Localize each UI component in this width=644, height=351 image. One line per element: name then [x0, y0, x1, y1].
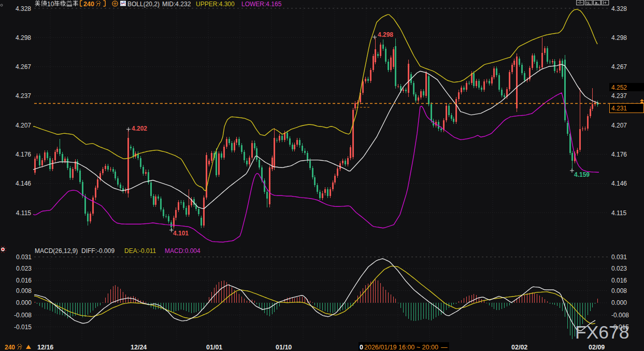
svg-text:4.237: 4.237 [611, 92, 627, 100]
svg-text:01/01: 01/01 [206, 344, 222, 351]
svg-text:4.207: 4.207 [611, 122, 627, 129]
svg-text:12/16: 12/16 [37, 344, 53, 351]
svg-text:0.008: 0.008 [611, 287, 627, 294]
svg-text:FX678: FX678 [575, 322, 629, 343]
svg-text:0.000: 0.000 [16, 299, 32, 306]
svg-text:4.237: 4.237 [16, 92, 31, 100]
svg-text:LOWER:4.165: LOWER:4.165 [241, 1, 282, 8]
svg-text:4.115: 4.115 [16, 209, 31, 217]
svg-text:10: 10 [47, 1, 54, 8]
svg-text:4.202: 4.202 [132, 125, 147, 132]
svg-text:4.159: 4.159 [574, 171, 590, 178]
svg-text:4.328: 4.328 [611, 5, 627, 12]
svg-text:240: 240 [5, 344, 15, 351]
svg-text:4.231: 4.231 [611, 105, 627, 112]
svg-text:4.267: 4.267 [16, 63, 31, 71]
svg-text:2026/01/19 16:00 ~ 20:00: 2026/01/19 16:00 ~ 20:00 [364, 344, 438, 351]
svg-text:DEA:-0.011: DEA:-0.011 [124, 247, 156, 255]
svg-text:-0.008: -0.008 [611, 312, 629, 319]
svg-text:—: — [441, 344, 448, 351]
svg-text:01/10: 01/10 [276, 344, 292, 351]
svg-text:0.031: 0.031 [16, 254, 32, 261]
svg-text:UPPER:4.300: UPPER:4.300 [196, 1, 235, 8]
svg-text:0.016: 0.016 [611, 277, 627, 284]
svg-text:4.298: 4.298 [611, 34, 627, 41]
svg-text:4.176: 4.176 [16, 151, 31, 158]
svg-text:0.023: 0.023 [611, 265, 627, 272]
svg-text:4.101: 4.101 [173, 230, 189, 237]
svg-text:02/02: 02/02 [511, 344, 527, 351]
svg-text:-0.008: -0.008 [14, 312, 32, 319]
svg-text:4.252: 4.252 [611, 84, 627, 91]
svg-text:4.207: 4.207 [16, 122, 31, 129]
svg-text:0: 0 [360, 344, 363, 351]
svg-text:240: 240 [83, 1, 94, 8]
svg-text:4.146: 4.146 [611, 180, 627, 187]
svg-text:4.298: 4.298 [378, 31, 393, 38]
svg-text:0.031: 0.031 [611, 254, 627, 261]
svg-text:BOLL(20,2): BOLL(20,2) [127, 1, 160, 8]
svg-text:4.146: 4.146 [16, 180, 31, 187]
svg-text:4.328: 4.328 [16, 5, 31, 12]
svg-text:0.016: 0.016 [16, 277, 32, 284]
svg-text:4.176: 4.176 [611, 151, 627, 158]
svg-text:-0.015: -0.015 [14, 324, 32, 331]
svg-text:0.008: 0.008 [16, 287, 32, 294]
svg-text:MACD(26,12,9) DIFF:-0.009: MACD(26,12,9) DIFF:-0.009 [35, 247, 115, 255]
svg-text:MID:4.232: MID:4.232 [162, 1, 191, 8]
svg-text:4.115: 4.115 [611, 209, 626, 217]
svg-text:12/24: 12/24 [131, 344, 147, 351]
svg-text:0.000: 0.000 [611, 299, 627, 306]
svg-text:MACD:0.004: MACD:0.004 [165, 247, 201, 255]
svg-text:0.023: 0.023 [16, 265, 32, 272]
svg-text:4.298: 4.298 [16, 34, 31, 41]
svg-text:4.267: 4.267 [611, 63, 627, 71]
svg-text:02/09: 02/09 [589, 344, 605, 351]
